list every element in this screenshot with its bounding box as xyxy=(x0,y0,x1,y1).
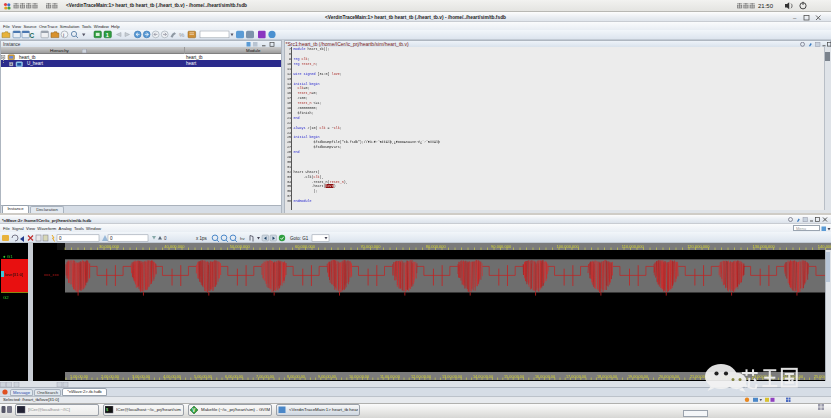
svg-text:V: V xyxy=(192,408,195,413)
svg-text:14,00,00,00: 14,00,00,00 xyxy=(473,375,493,379)
svg-text:110,000,000: 110,000,000 xyxy=(622,244,645,249)
svg-text:6,00,00,00: 6,00,00,00 xyxy=(225,375,243,379)
svg-text:100,000,000: 100,000,000 xyxy=(556,244,579,249)
svg-text:30,000,000: 30,000,000 xyxy=(99,244,120,249)
svg-text:130,000,000: 130,000,000 xyxy=(753,244,776,249)
svg-text:12,00,00,00: 12,00,00,00 xyxy=(411,375,431,379)
svg-text:4,00,00,00: 4,00,00,00 xyxy=(163,375,181,379)
svg-text:50,000,000: 50,000,000 xyxy=(230,244,251,249)
svg-text:5,00,00,00: 5,00,00,00 xyxy=(194,375,212,379)
svg-text:140,000,000: 140,000,000 xyxy=(818,244,831,249)
svg-text:2,00,00,00: 2,00,00,00 xyxy=(101,375,119,379)
svg-text:15,00,00,00: 15,00,00,00 xyxy=(504,375,524,379)
svg-text:17,00,00,00: 17,00,00,00 xyxy=(566,375,586,379)
svg-text:1,00,00,00: 1,00,00,00 xyxy=(70,375,88,379)
svg-text:120,000,000: 120,000,000 xyxy=(687,244,710,249)
svg-text:13,00,00,00: 13,00,00,00 xyxy=(442,375,462,379)
svg-text:16,00,00,00: 16,00,00,00 xyxy=(535,375,555,379)
svg-text:3,00,00,00: 3,00,00,00 xyxy=(132,375,150,379)
